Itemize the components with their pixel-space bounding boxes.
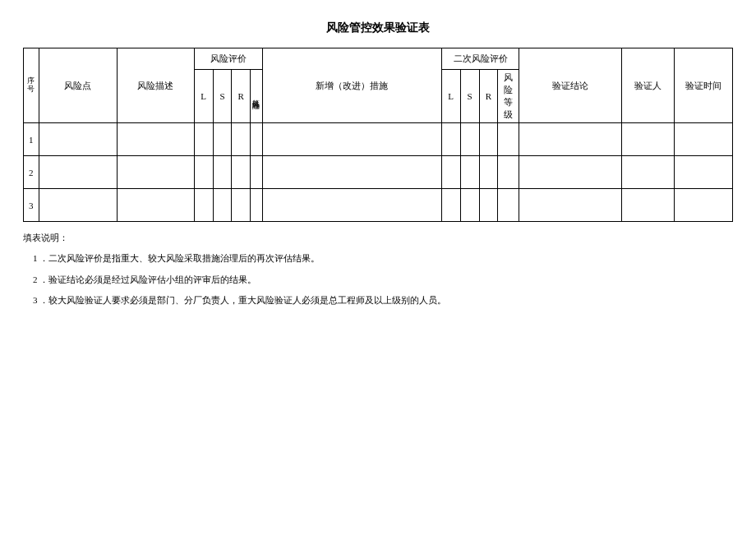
cell: [262, 189, 441, 222]
cell: [479, 156, 498, 189]
cell: [675, 156, 733, 189]
cell: [262, 123, 441, 156]
note-1: 1 ．二次风险评价是指重大、较大风险采取措施治理后的再次评估结果。: [33, 252, 733, 265]
header-risk-eval: 风险评价: [194, 48, 262, 70]
cell: [675, 123, 733, 156]
cell: [441, 189, 460, 222]
cell: [441, 156, 460, 189]
cell: [519, 123, 622, 156]
table-row: 1: [24, 123, 733, 156]
table-row: 3: [24, 189, 733, 222]
header-conclusion: 验证结论: [519, 48, 622, 123]
cell: [460, 189, 479, 222]
cell: [498, 123, 519, 156]
cell: [118, 156, 194, 189]
header-second-eval: 二次风险评价: [441, 48, 519, 70]
cell: [194, 189, 213, 222]
header-risk-desc: 风险描述: [118, 48, 194, 123]
cell: [621, 123, 674, 156]
header-measure: 新增（改进）措施: [262, 48, 441, 123]
header-s1: S: [213, 70, 232, 123]
header-s2: S: [460, 70, 479, 123]
cell: [232, 189, 251, 222]
cell: [232, 156, 251, 189]
header-level1: 险级风等: [251, 70, 263, 123]
cell: [519, 189, 622, 222]
cell: [39, 189, 118, 222]
notes-section: 填表说明： 1 ．二次风险评价是指重大、较大风险采取措施治理后的再次评估结果。 …: [23, 232, 733, 307]
cell: [194, 156, 213, 189]
cell: [479, 123, 498, 156]
cell: [621, 189, 674, 222]
header-person: 验证人: [621, 48, 674, 123]
table-row: 2: [24, 156, 733, 189]
header-l2: L: [441, 70, 460, 123]
cell: [621, 156, 674, 189]
cell: [213, 156, 232, 189]
cell: [39, 156, 118, 189]
cell: [118, 123, 194, 156]
cell: [460, 156, 479, 189]
header-level2: 风险等级: [498, 70, 519, 123]
cell: [479, 189, 498, 222]
header-time: 验证时间: [675, 48, 733, 123]
cell: [498, 156, 519, 189]
cell: [498, 189, 519, 222]
cell-seq: 3: [24, 189, 39, 222]
risk-table: 序号 风险点 风险描述 风险评价 新增（改进）措施 二次风险评价 验证结论 验证…: [23, 48, 733, 222]
header-risk-point: 风险点: [39, 48, 118, 123]
cell: [262, 156, 441, 189]
note-2: 2 ．验证结论必须是经过风险评估小组的评审后的结果。: [33, 274, 733, 286]
cell: [460, 123, 479, 156]
cell: [519, 156, 622, 189]
cell: [251, 189, 263, 222]
cell: [213, 189, 232, 222]
cell-seq: 1: [24, 123, 39, 156]
cell: [194, 123, 213, 156]
cell: [251, 123, 263, 156]
cell: [441, 123, 460, 156]
notes-intro: 填表说明：: [23, 232, 733, 244]
cell: [39, 123, 118, 156]
cell: [213, 123, 232, 156]
header-r2: R: [479, 70, 498, 123]
note-3: 3 ．较大风险验证人要求必须是部门、分厂负责人，重大风险验证人必须是总工程师及以…: [33, 294, 733, 307]
cell: [251, 156, 263, 189]
header-r1: R: [232, 70, 251, 123]
header-seq: 序号: [24, 48, 39, 123]
cell: [118, 189, 194, 222]
header-l1: L: [194, 70, 213, 123]
cell: [232, 123, 251, 156]
page-title: 风险管控效果验证表: [23, 21, 733, 35]
cell-seq: 2: [24, 156, 39, 189]
cell: [675, 189, 733, 222]
